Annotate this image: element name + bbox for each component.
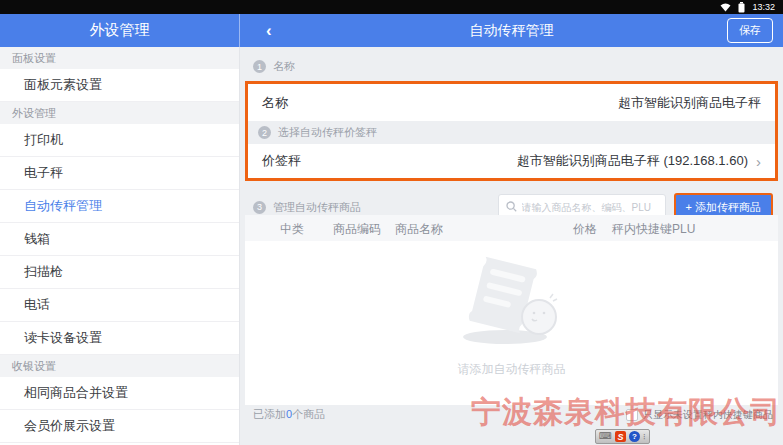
main-header: ‹ 自动传秤管理 保存: [240, 14, 783, 47]
app-header: 外设管理 ‹ 自动传秤管理 保存: [0, 14, 783, 47]
battery-icon: [738, 2, 745, 13]
tutorial-highlight-box: 名称 超市智能识别商品电子秤 2 选择自动传秤价签秤 价签秤 超市智能识别商品电…: [245, 81, 778, 181]
column-header-product-name: 商品名称: [395, 221, 443, 238]
status-clock: 13:32: [752, 2, 775, 12]
column-header-product-code: 商品编码: [333, 221, 381, 238]
empty-state-text: 请添加自动传秤商品: [245, 361, 778, 378]
price-scale-row[interactable]: 价签秤 超市智能识别商品电子秤 (192.168.1.60) ›: [248, 144, 775, 178]
status-bar: 13:32: [0, 0, 783, 14]
ime-logo-icon[interactable]: S: [615, 431, 626, 442]
price-scale-row-value: 超市智能识别商品电子秤 (192.168.1.60): [517, 152, 748, 170]
step3-label-row: 3 管理自动传秤商品: [253, 200, 361, 215]
step3-label: 管理自动传秤商品: [273, 200, 361, 215]
name-row[interactable]: 名称 超市智能识别商品电子秤: [248, 84, 775, 121]
sidebar-section-panel-settings: 面板设置: [0, 47, 239, 69]
sidebar-item-merge-same-goods[interactable]: 相同商品合并设置: [0, 377, 239, 410]
step2-number-icon: 2: [258, 126, 271, 139]
keyboard-icon[interactable]: ⌨: [599, 432, 612, 441]
chevron-right-icon: ›: [756, 153, 761, 170]
sidebar-title: 外设管理: [0, 14, 240, 47]
sidebar-item-card-reader[interactable]: 读卡设备设置: [0, 322, 239, 355]
sidebar-item-electronic-scale[interactable]: 电子秤: [0, 157, 239, 190]
sidebar-item-phone[interactable]: 电话: [0, 289, 239, 322]
sidebar-section-peripherals: 外设管理: [0, 102, 239, 124]
products-table-header: 中类 商品编码 商品名称 价格 秤内快捷键PLU: [245, 215, 778, 241]
sidebar-item-scanner-gun[interactable]: 扫描枪: [0, 256, 239, 289]
ime-toolbar[interactable]: ⌨ S ? ⁝: [595, 429, 650, 444]
name-row-label: 名称: [262, 94, 288, 112]
step2-label-row: 2 选择自动传秤价签秤: [248, 121, 775, 144]
list-footer: 已添加0个商品 只显示未设置秤内快捷键商品: [253, 407, 773, 422]
empty-list-illustration: [447, 337, 577, 354]
ime-menu-icon[interactable]: ⁝: [643, 433, 646, 441]
step2-label: 选择自动传秤价签秤: [278, 125, 377, 140]
wifi-icon: [720, 3, 731, 12]
filter-toggle-row: 只显示未设置秤内快捷键商品: [626, 408, 773, 422]
price-scale-row-label: 价签秤: [262, 152, 301, 170]
sidebar-item-member-price-display[interactable]: 会员价展示设置: [0, 410, 239, 443]
save-button[interactable]: 保存: [727, 18, 773, 43]
empty-state: 请添加自动传秤商品: [245, 255, 778, 378]
sidebar-item-panel-elements[interactable]: 面板元素设置: [0, 69, 239, 102]
filter-label: 只显示未设置秤内快捷键商品: [643, 408, 773, 422]
column-header-category: 中类: [280, 221, 304, 238]
sidebar-item-cash-drawer[interactable]: 钱箱: [0, 223, 239, 256]
filter-checkbox[interactable]: [626, 409, 638, 421]
sidebar-item-auto-scale-transfer[interactable]: 自动传秤管理: [0, 190, 239, 223]
step1-number-icon: 1: [253, 60, 266, 73]
search-icon: [506, 198, 517, 216]
product-search-input[interactable]: [522, 202, 658, 213]
step3-number-icon: 3: [253, 201, 266, 214]
step1-label-row: 1 名称: [253, 59, 295, 74]
products-table: 中类 商品编码 商品名称 价格 秤内快捷键PLU: [245, 215, 778, 405]
name-row-value: 超市智能识别商品电子秤: [618, 94, 761, 112]
sidebar-section-cashier-settings: 收银设置: [0, 355, 239, 377]
help-icon[interactable]: ?: [629, 431, 640, 442]
main-content: 1 名称 名称 超市智能识别商品电子秤 2 选择自动传秤价签秤 价签秤 超市智能…: [240, 47, 783, 445]
sidebar: 面板设置 面板元素设置 外设管理 打印机 电子秤 自动传秤管理 钱箱 扫描枪 电…: [0, 47, 240, 445]
added-count-text: 已添加0个商品: [253, 407, 325, 422]
column-header-plu-hotkey: 秤内快捷键PLU: [612, 221, 695, 238]
step1-label: 名称: [273, 59, 295, 74]
page-title: 自动传秤管理: [240, 22, 783, 40]
sidebar-item-printer[interactable]: 打印机: [0, 124, 239, 157]
column-header-price: 价格: [573, 221, 597, 238]
